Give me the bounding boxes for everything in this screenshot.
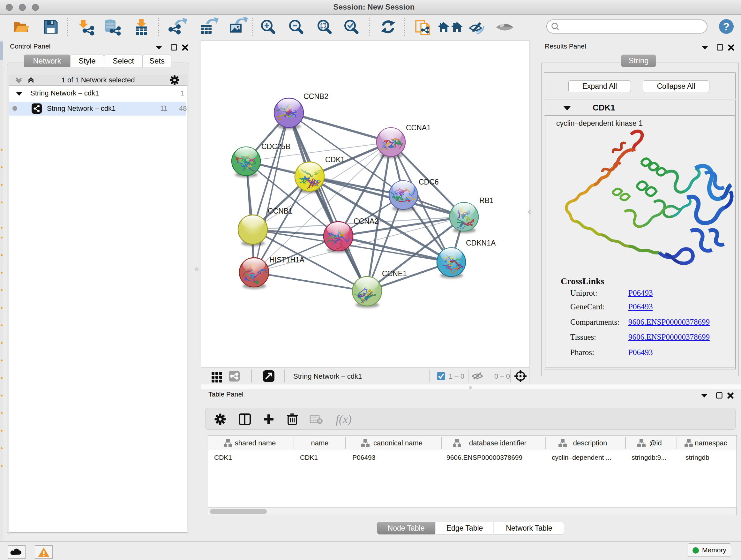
svg-text:namespac: namespac	[695, 439, 727, 447]
svg-text:CDKN1A: CDKN1A	[466, 239, 496, 247]
svg-text:CCNA2: CCNA2	[354, 217, 379, 226]
svg-text:shared name: shared name	[235, 439, 276, 447]
svg-text:HIST1H1A: HIST1H1A	[269, 256, 305, 264]
svg-text:?: ?	[723, 20, 730, 33]
svg-text:CCNB1: CCNB1	[268, 207, 293, 215]
svg-text:CDK1: CDK1	[325, 155, 345, 164]
svg-text:canonical name: canonical name	[374, 439, 422, 447]
svg-text:CDC25B: CDC25B	[261, 142, 290, 151]
svg-text:description: description	[573, 439, 607, 447]
svg-text:1 – 0: 1 – 0	[449, 372, 464, 380]
svg-text:CCNB2: CCNB2	[304, 92, 328, 101]
svg-text:CCNA1: CCNA1	[406, 124, 431, 132]
svg-text:database identifier: database identifier	[469, 439, 527, 447]
svg-text:CDC6: CDC6	[419, 178, 439, 186]
svg-text:CCNE1: CCNE1	[382, 269, 407, 278]
svg-text:String Network – cdk1: String Network – cdk1	[293, 372, 362, 380]
svg-text:0 – 0: 0 – 0	[494, 372, 510, 380]
svg-text:f(x): f(x)	[336, 413, 352, 426]
svg-text:name: name	[311, 439, 328, 447]
svg-text:@id: @id	[649, 439, 662, 447]
svg-text:RB1: RB1	[479, 196, 494, 205]
